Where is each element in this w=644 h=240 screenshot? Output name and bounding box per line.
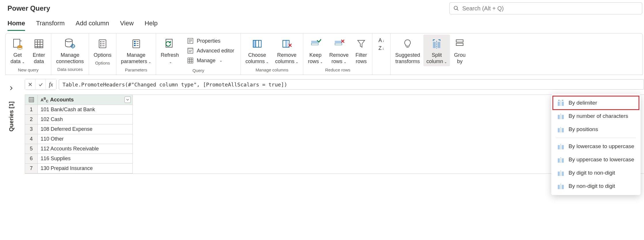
svg-rect-65 (456, 43, 463, 46)
remove-columns-icon (281, 37, 293, 50)
cell-accounts[interactable]: 110 Other (38, 134, 133, 144)
tab-add-column[interactable]: Add column (76, 18, 109, 31)
options-button[interactable]: Options (91, 35, 114, 59)
cell-accounts[interactable]: 108 Deferred Expense (38, 124, 133, 134)
manage-connections-label: Manage connections (56, 52, 84, 65)
column-header-accounts[interactable]: ABC Accounts (38, 95, 133, 105)
enter-data-label: Enter data (33, 52, 45, 65)
split-digit-to-non-digit[interactable]: By digit to non-digit (553, 166, 639, 174)
row-index: 5 (25, 144, 38, 154)
search-wrapper (449, 2, 642, 14)
svg-rect-38 (188, 48, 193, 50)
enter-data-icon (33, 37, 45, 50)
column-filter-button[interactable] (124, 97, 131, 103)
cell-accounts[interactable]: 116 Supplies (38, 154, 133, 164)
split-icon (557, 169, 565, 174)
fx-icon: fx (49, 81, 53, 88)
svg-rect-25 (133, 40, 140, 48)
suggested-transforms-button[interactable]: Suggested transforms (392, 35, 423, 66)
tab-home[interactable]: Home (7, 18, 25, 31)
cell-accounts[interactable]: 112 Accounts Receivable (38, 144, 133, 154)
table-icon (29, 97, 34, 103)
group-label-query: Query (192, 67, 204, 73)
formula-input[interactable] (59, 79, 644, 90)
group-transform: Suggested transforms Split column⌄ Grou … (391, 33, 471, 75)
group-label-reduce-rows: Reduce rows (325, 67, 351, 73)
queries-pane-collapsed: Queries [1] (0, 79, 17, 174)
group-parameters: Manage parameters⌄ Parameters (116, 33, 156, 75)
search-input[interactable] (449, 2, 642, 14)
properties-button[interactable]: Properties (185, 36, 236, 46)
tab-view[interactable]: View (120, 18, 134, 31)
group-label-sort (381, 55, 382, 61)
svg-rect-47 (253, 40, 256, 47)
svg-rect-27 (134, 43, 136, 44)
get-data-icon (11, 37, 24, 50)
svg-rect-81 (558, 172, 560, 174)
commit-formula-button[interactable] (35, 79, 46, 90)
get-data-button[interactable]: Get data⌄ (7, 35, 28, 66)
svg-rect-73 (562, 128, 564, 132)
cell-accounts[interactable]: 101 Bank/Cash at Bank (38, 105, 133, 115)
properties-label: Properties (197, 38, 220, 44)
split-by-positions[interactable]: By positions (553, 123, 639, 136)
dd-label: By positions (569, 126, 598, 133)
refresh-button[interactable]: Refresh⌄ (158, 35, 182, 66)
enter-data-button[interactable]: Enter data (29, 35, 49, 66)
queries-label[interactable]: Queries [1] (8, 101, 15, 131)
group-by-label: Grou by (454, 52, 465, 65)
split-column-label: Split column⌄ (426, 52, 447, 65)
cancel-formula-button[interactable] (25, 79, 35, 90)
split-lowercase-to-uppercase[interactable]: By lowercase to uppercase (553, 140, 639, 153)
manage-parameters-button[interactable]: Manage parameters⌄ (118, 35, 154, 66)
split-by-number-of-characters[interactable]: By number of characters (553, 109, 639, 123)
tab-transform[interactable]: Transform (36, 18, 65, 31)
row-index: 3 (25, 124, 38, 134)
split-uppercase-to-lowercase[interactable]: By uppercase to lowercase (553, 153, 639, 166)
body: Queries [1] fx ABC Accounts 1101 (0, 79, 644, 174)
dd-label: By digit to non-digit (569, 170, 615, 174)
svg-rect-67 (562, 102, 564, 106)
properties-icon (187, 37, 194, 44)
advanced-editor-label: Advanced editor (197, 48, 234, 54)
refresh-label: Refresh⌄ (161, 52, 179, 65)
split-by-delimiter[interactable]: By delimiter (553, 96, 639, 109)
svg-rect-20 (100, 43, 101, 44)
group-by-icon (453, 37, 466, 50)
filter-rows-button[interactable]: Filter rows (352, 35, 370, 66)
keep-rows-button[interactable]: Keep rows⌄ (305, 35, 326, 66)
choose-columns-button[interactable]: Choose columns⌄ (243, 35, 272, 66)
sort-asc-icon[interactable]: A↓ (378, 37, 384, 44)
advanced-editor-button[interactable]: Advanced editor (185, 46, 236, 55)
manage-query-button[interactable]: Manage⌄ (185, 56, 236, 65)
svg-point-13 (72, 46, 73, 47)
sort-desc-icon[interactable]: Z↓ (378, 45, 384, 51)
group-by-button[interactable]: Grou by (450, 35, 469, 66)
tab-help[interactable]: Help (145, 18, 158, 31)
row-index: 2 (25, 115, 38, 124)
svg-rect-82 (562, 172, 564, 174)
remove-rows-icon (333, 37, 345, 50)
expand-queries-button[interactable] (5, 82, 18, 95)
dd-label: By uppercase to lowercase (569, 156, 634, 163)
group-reduce-rows: Keep rows⌄ Remove rows⌄ Filter rows Redu… (303, 33, 372, 75)
svg-rect-56 (335, 41, 342, 43)
cell-accounts[interactable]: 130 Prepaid Insurance (38, 164, 133, 173)
refresh-icon (164, 37, 176, 50)
svg-rect-21 (100, 45, 101, 46)
manage-connections-button[interactable]: Manage connections (53, 35, 87, 66)
keep-rows-icon (309, 37, 322, 50)
cell-accounts[interactable]: 102 Cash (38, 115, 133, 124)
split-column-button[interactable]: Split column⌄ (423, 35, 450, 66)
svg-rect-57 (335, 43, 342, 45)
svg-rect-41 (188, 58, 193, 63)
sort-button[interactable]: A↓ Z↓ (374, 35, 389, 54)
remove-rows-button[interactable]: Remove rows⌄ (326, 35, 351, 66)
group-label-parameters: Parameters (125, 67, 147, 73)
remove-columns-button[interactable]: Remove columns⌄ (272, 35, 301, 66)
row-index-header[interactable] (25, 95, 38, 105)
svg-rect-28 (134, 45, 136, 46)
fx-button[interactable]: fx (46, 79, 56, 90)
svg-rect-64 (456, 40, 463, 42)
type-text-icon: ABC (41, 97, 48, 103)
